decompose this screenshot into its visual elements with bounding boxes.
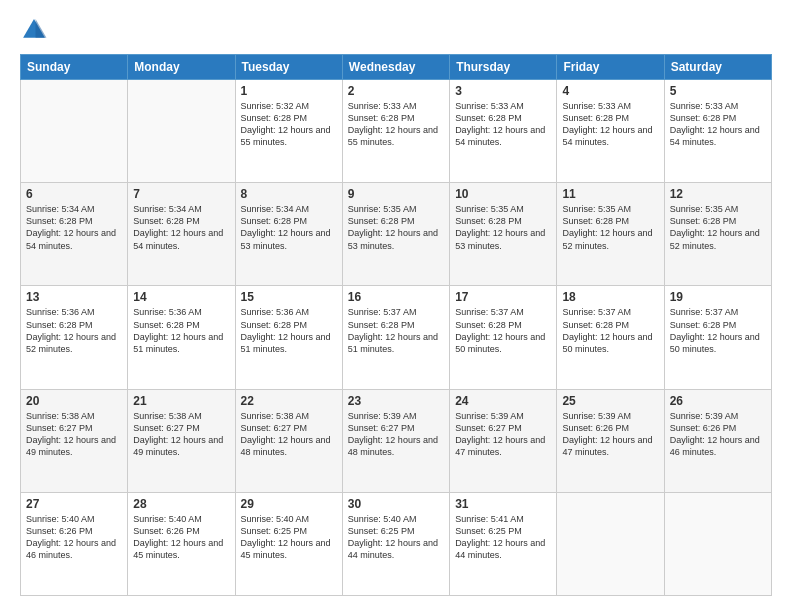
cell-sun-info: Sunrise: 5:37 AMSunset: 6:28 PMDaylight:… — [670, 306, 766, 355]
calendar-cell: 17Sunrise: 5:37 AMSunset: 6:28 PMDayligh… — [450, 286, 557, 389]
calendar-cell: 7Sunrise: 5:34 AMSunset: 6:28 PMDaylight… — [128, 183, 235, 286]
calendar-cell: 10Sunrise: 5:35 AMSunset: 6:28 PMDayligh… — [450, 183, 557, 286]
cell-day-number: 14 — [133, 290, 229, 304]
weekday-header-row: SundayMondayTuesdayWednesdayThursdayFrid… — [21, 55, 772, 80]
weekday-header-friday: Friday — [557, 55, 664, 80]
calendar-cell — [21, 80, 128, 183]
cell-day-number: 23 — [348, 394, 444, 408]
calendar-cell: 6Sunrise: 5:34 AMSunset: 6:28 PMDaylight… — [21, 183, 128, 286]
calendar-cell: 1Sunrise: 5:32 AMSunset: 6:28 PMDaylight… — [235, 80, 342, 183]
cell-day-number: 2 — [348, 84, 444, 98]
calendar-cell — [664, 492, 771, 595]
cell-day-number: 6 — [26, 187, 122, 201]
cell-sun-info: Sunrise: 5:34 AMSunset: 6:28 PMDaylight:… — [241, 203, 337, 252]
cell-sun-info: Sunrise: 5:39 AMSunset: 6:27 PMDaylight:… — [348, 410, 444, 459]
cell-sun-info: Sunrise: 5:39 AMSunset: 6:26 PMDaylight:… — [562, 410, 658, 459]
cell-sun-info: Sunrise: 5:37 AMSunset: 6:28 PMDaylight:… — [348, 306, 444, 355]
cell-day-number: 10 — [455, 187, 551, 201]
cell-day-number: 28 — [133, 497, 229, 511]
week-row-1: 1Sunrise: 5:32 AMSunset: 6:28 PMDaylight… — [21, 80, 772, 183]
calendar-cell: 22Sunrise: 5:38 AMSunset: 6:27 PMDayligh… — [235, 389, 342, 492]
calendar-cell: 12Sunrise: 5:35 AMSunset: 6:28 PMDayligh… — [664, 183, 771, 286]
cell-day-number: 15 — [241, 290, 337, 304]
cell-sun-info: Sunrise: 5:40 AMSunset: 6:26 PMDaylight:… — [26, 513, 122, 562]
calendar-cell: 3Sunrise: 5:33 AMSunset: 6:28 PMDaylight… — [450, 80, 557, 183]
week-row-2: 6Sunrise: 5:34 AMSunset: 6:28 PMDaylight… — [21, 183, 772, 286]
week-row-5: 27Sunrise: 5:40 AMSunset: 6:26 PMDayligh… — [21, 492, 772, 595]
calendar-table: SundayMondayTuesdayWednesdayThursdayFrid… — [20, 54, 772, 596]
cell-day-number: 1 — [241, 84, 337, 98]
cell-sun-info: Sunrise: 5:41 AMSunset: 6:25 PMDaylight:… — [455, 513, 551, 562]
cell-sun-info: Sunrise: 5:36 AMSunset: 6:28 PMDaylight:… — [241, 306, 337, 355]
cell-sun-info: Sunrise: 5:35 AMSunset: 6:28 PMDaylight:… — [562, 203, 658, 252]
calendar-cell: 13Sunrise: 5:36 AMSunset: 6:28 PMDayligh… — [21, 286, 128, 389]
calendar-cell: 25Sunrise: 5:39 AMSunset: 6:26 PMDayligh… — [557, 389, 664, 492]
cell-sun-info: Sunrise: 5:34 AMSunset: 6:28 PMDaylight:… — [133, 203, 229, 252]
cell-day-number: 16 — [348, 290, 444, 304]
weekday-header-wednesday: Wednesday — [342, 55, 449, 80]
cell-day-number: 27 — [26, 497, 122, 511]
cell-day-number: 25 — [562, 394, 658, 408]
cell-sun-info: Sunrise: 5:33 AMSunset: 6:28 PMDaylight:… — [455, 100, 551, 149]
calendar-cell — [557, 492, 664, 595]
calendar-cell: 28Sunrise: 5:40 AMSunset: 6:26 PMDayligh… — [128, 492, 235, 595]
calendar-cell: 29Sunrise: 5:40 AMSunset: 6:25 PMDayligh… — [235, 492, 342, 595]
cell-day-number: 9 — [348, 187, 444, 201]
svg-marker-1 — [36, 19, 47, 38]
calendar-cell: 19Sunrise: 5:37 AMSunset: 6:28 PMDayligh… — [664, 286, 771, 389]
cell-sun-info: Sunrise: 5:35 AMSunset: 6:28 PMDaylight:… — [670, 203, 766, 252]
calendar-cell: 31Sunrise: 5:41 AMSunset: 6:25 PMDayligh… — [450, 492, 557, 595]
calendar-cell: 14Sunrise: 5:36 AMSunset: 6:28 PMDayligh… — [128, 286, 235, 389]
cell-day-number: 3 — [455, 84, 551, 98]
calendar-cell: 21Sunrise: 5:38 AMSunset: 6:27 PMDayligh… — [128, 389, 235, 492]
calendar-cell: 8Sunrise: 5:34 AMSunset: 6:28 PMDaylight… — [235, 183, 342, 286]
cell-sun-info: Sunrise: 5:38 AMSunset: 6:27 PMDaylight:… — [26, 410, 122, 459]
cell-day-number: 26 — [670, 394, 766, 408]
cell-day-number: 29 — [241, 497, 337, 511]
cell-sun-info: Sunrise: 5:33 AMSunset: 6:28 PMDaylight:… — [670, 100, 766, 149]
cell-sun-info: Sunrise: 5:39 AMSunset: 6:26 PMDaylight:… — [670, 410, 766, 459]
cell-sun-info: Sunrise: 5:35 AMSunset: 6:28 PMDaylight:… — [348, 203, 444, 252]
week-row-3: 13Sunrise: 5:36 AMSunset: 6:28 PMDayligh… — [21, 286, 772, 389]
calendar-cell: 18Sunrise: 5:37 AMSunset: 6:28 PMDayligh… — [557, 286, 664, 389]
weekday-header-tuesday: Tuesday — [235, 55, 342, 80]
cell-sun-info: Sunrise: 5:38 AMSunset: 6:27 PMDaylight:… — [241, 410, 337, 459]
weekday-header-sunday: Sunday — [21, 55, 128, 80]
cell-sun-info: Sunrise: 5:35 AMSunset: 6:28 PMDaylight:… — [455, 203, 551, 252]
logo-icon — [20, 16, 48, 44]
cell-day-number: 12 — [670, 187, 766, 201]
cell-day-number: 17 — [455, 290, 551, 304]
cell-day-number: 4 — [562, 84, 658, 98]
cell-sun-info: Sunrise: 5:33 AMSunset: 6:28 PMDaylight:… — [562, 100, 658, 149]
cell-sun-info: Sunrise: 5:32 AMSunset: 6:28 PMDaylight:… — [241, 100, 337, 149]
cell-sun-info: Sunrise: 5:38 AMSunset: 6:27 PMDaylight:… — [133, 410, 229, 459]
cell-sun-info: Sunrise: 5:36 AMSunset: 6:28 PMDaylight:… — [26, 306, 122, 355]
cell-sun-info: Sunrise: 5:37 AMSunset: 6:28 PMDaylight:… — [562, 306, 658, 355]
cell-day-number: 30 — [348, 497, 444, 511]
cell-day-number: 22 — [241, 394, 337, 408]
calendar-cell: 26Sunrise: 5:39 AMSunset: 6:26 PMDayligh… — [664, 389, 771, 492]
cell-sun-info: Sunrise: 5:36 AMSunset: 6:28 PMDaylight:… — [133, 306, 229, 355]
cell-sun-info: Sunrise: 5:40 AMSunset: 6:25 PMDaylight:… — [348, 513, 444, 562]
page: SundayMondayTuesdayWednesdayThursdayFrid… — [0, 0, 792, 612]
calendar-cell: 23Sunrise: 5:39 AMSunset: 6:27 PMDayligh… — [342, 389, 449, 492]
cell-sun-info: Sunrise: 5:39 AMSunset: 6:27 PMDaylight:… — [455, 410, 551, 459]
calendar-cell: 27Sunrise: 5:40 AMSunset: 6:26 PMDayligh… — [21, 492, 128, 595]
calendar-cell: 4Sunrise: 5:33 AMSunset: 6:28 PMDaylight… — [557, 80, 664, 183]
week-row-4: 20Sunrise: 5:38 AMSunset: 6:27 PMDayligh… — [21, 389, 772, 492]
calendar-cell: 5Sunrise: 5:33 AMSunset: 6:28 PMDaylight… — [664, 80, 771, 183]
cell-day-number: 11 — [562, 187, 658, 201]
cell-sun-info: Sunrise: 5:37 AMSunset: 6:28 PMDaylight:… — [455, 306, 551, 355]
weekday-header-monday: Monday — [128, 55, 235, 80]
cell-day-number: 18 — [562, 290, 658, 304]
cell-sun-info: Sunrise: 5:33 AMSunset: 6:28 PMDaylight:… — [348, 100, 444, 149]
calendar-cell: 24Sunrise: 5:39 AMSunset: 6:27 PMDayligh… — [450, 389, 557, 492]
calendar-cell: 9Sunrise: 5:35 AMSunset: 6:28 PMDaylight… — [342, 183, 449, 286]
cell-day-number: 24 — [455, 394, 551, 408]
calendar-cell: 16Sunrise: 5:37 AMSunset: 6:28 PMDayligh… — [342, 286, 449, 389]
cell-sun-info: Sunrise: 5:40 AMSunset: 6:25 PMDaylight:… — [241, 513, 337, 562]
cell-sun-info: Sunrise: 5:34 AMSunset: 6:28 PMDaylight:… — [26, 203, 122, 252]
cell-day-number: 7 — [133, 187, 229, 201]
cell-day-number: 8 — [241, 187, 337, 201]
cell-day-number: 5 — [670, 84, 766, 98]
